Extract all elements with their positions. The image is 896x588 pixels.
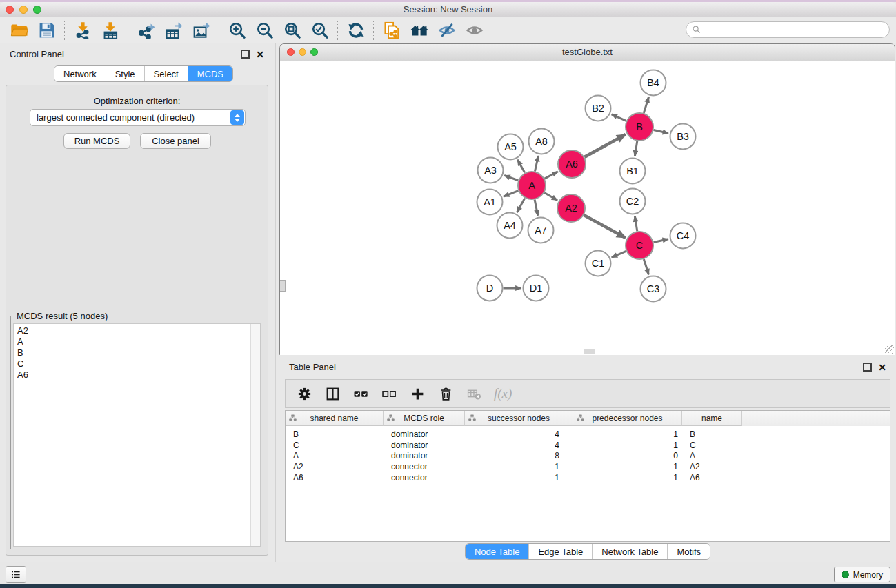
hide-panels-button[interactable] bbox=[433, 19, 461, 42]
node-c2[interactable]: C2 bbox=[620, 189, 646, 214]
node-c[interactable]: C bbox=[626, 232, 653, 259]
result-item-b[interactable]: B bbox=[14, 347, 260, 358]
delete-column-button[interactable] bbox=[437, 385, 454, 402]
node-b[interactable]: B bbox=[626, 113, 653, 141]
edge-A-A4[interactable] bbox=[517, 198, 524, 212]
table-row[interactable]: Adominator80A bbox=[286, 451, 890, 462]
network-window-titlebar[interactable]: testGlobe.txt bbox=[280, 44, 895, 61]
run-mcds-button[interactable]: Run MCDS bbox=[63, 133, 130, 149]
edge-A-A2[interactable] bbox=[544, 193, 557, 201]
edge-A-A8[interactable] bbox=[535, 156, 538, 171]
result-item-a[interactable]: A bbox=[14, 336, 260, 347]
node-a6[interactable]: A6 bbox=[558, 150, 586, 178]
node-c1[interactable]: C1 bbox=[586, 251, 611, 276]
save-session-button[interactable] bbox=[33, 19, 61, 42]
edge-A-A1[interactable] bbox=[504, 191, 518, 196]
export-image-button[interactable] bbox=[188, 19, 215, 42]
node-a4[interactable]: A4 bbox=[497, 213, 523, 239]
node-d[interactable]: D bbox=[477, 276, 503, 301]
edge-C-C3[interactable] bbox=[644, 259, 648, 274]
close-traffic-light[interactable] bbox=[6, 6, 14, 14]
result-item-a2[interactable]: A2 bbox=[14, 325, 260, 336]
edge-C-C2[interactable] bbox=[635, 216, 637, 231]
memory-button[interactable]: Memory bbox=[834, 567, 890, 582]
edge-B-B1[interactable] bbox=[635, 141, 637, 156]
status-menu-button[interactable] bbox=[6, 566, 26, 583]
table-row[interactable]: A6connector11A6 bbox=[286, 472, 890, 483]
tab-mcds[interactable]: MCDS bbox=[188, 66, 232, 81]
node-b2[interactable]: B2 bbox=[586, 96, 611, 121]
tab-select[interactable]: Select bbox=[144, 66, 188, 81]
export-table-button[interactable] bbox=[160, 19, 188, 42]
add-column-button[interactable] bbox=[409, 385, 426, 402]
table-row[interactable]: A2connector11A2 bbox=[286, 461, 890, 472]
tab-style[interactable]: Style bbox=[106, 66, 144, 81]
edge-A-A6[interactable] bbox=[545, 172, 558, 179]
node-a[interactable]: A bbox=[518, 172, 546, 199]
float-panel-icon[interactable] bbox=[241, 50, 250, 59]
import-network-button[interactable] bbox=[69, 19, 97, 42]
column-header-shared-name[interactable]: shared name bbox=[286, 411, 384, 426]
table-tab-network-table[interactable]: Network Table bbox=[592, 544, 667, 559]
edge-A-A7[interactable] bbox=[535, 200, 538, 216]
toggle-columns-button[interactable] bbox=[324, 385, 341, 402]
panel-splitter[interactable] bbox=[275, 43, 276, 562]
dropdown-stepper-icon[interactable] bbox=[230, 110, 244, 125]
show-all-panels-button[interactable] bbox=[406, 19, 433, 42]
edge-B-B2[interactable] bbox=[612, 114, 626, 121]
table-tab-edge-table[interactable]: Edge Table bbox=[528, 544, 592, 559]
zoom-selected-button[interactable] bbox=[306, 19, 334, 42]
tab-network[interactable]: Network bbox=[54, 66, 106, 81]
column-header-MCDS-role[interactable]: MCDS role bbox=[384, 411, 465, 426]
open-session-button[interactable] bbox=[6, 19, 33, 42]
node-a2[interactable]: A2 bbox=[557, 194, 585, 222]
float-table-panel-icon[interactable] bbox=[863, 363, 872, 372]
zoom-in-button[interactable] bbox=[223, 19, 251, 42]
node-a3[interactable]: A3 bbox=[478, 158, 504, 183]
edge-A2-C[interactable] bbox=[584, 215, 625, 238]
edge-A6-B[interactable] bbox=[584, 134, 625, 157]
column-header-predecessor-nodes[interactable]: predecessor nodes bbox=[573, 411, 682, 426]
edge-C-C1[interactable] bbox=[612, 251, 626, 257]
result-item-c[interactable]: C bbox=[14, 358, 260, 369]
edge-A-A3[interactable] bbox=[504, 175, 518, 180]
node-d1[interactable]: D1 bbox=[524, 276, 549, 301]
import-table-button[interactable] bbox=[97, 19, 124, 42]
result-item-a6[interactable]: A6 bbox=[14, 369, 260, 381]
minimize-traffic-light[interactable] bbox=[19, 6, 28, 14]
zoom-fit-button[interactable] bbox=[279, 19, 306, 42]
node-a5[interactable]: A5 bbox=[498, 134, 524, 160]
node-b4[interactable]: B4 bbox=[641, 70, 666, 96]
left-splitter-handle[interactable] bbox=[280, 280, 286, 292]
search-box[interactable] bbox=[686, 21, 890, 38]
export-network-button[interactable] bbox=[132, 19, 160, 42]
deselect-all-rows-button[interactable] bbox=[381, 385, 397, 402]
table-row[interactable]: Bdominator41B bbox=[286, 429, 890, 440]
table-settings-button[interactable] bbox=[296, 385, 312, 402]
edge-B-B4[interactable] bbox=[644, 97, 648, 113]
optimization-criterion-dropdown[interactable]: largest connected component (directed) bbox=[30, 109, 246, 126]
window-resize-grip[interactable] bbox=[885, 345, 894, 354]
node-c4[interactable]: C4 bbox=[670, 223, 696, 249]
network-close-traffic-light[interactable] bbox=[287, 48, 295, 56]
result-scrollbar[interactable] bbox=[250, 324, 260, 546]
table-row[interactable]: Cdominator41C bbox=[286, 440, 890, 451]
edge-B-B3[interactable] bbox=[653, 130, 668, 134]
node-a1[interactable]: A1 bbox=[477, 190, 503, 215]
zoom-out-button[interactable] bbox=[251, 19, 279, 42]
table-tab-motifs[interactable]: Motifs bbox=[667, 544, 710, 559]
apply-layout-button[interactable] bbox=[342, 19, 370, 42]
zoom-traffic-light[interactable] bbox=[33, 6, 41, 14]
close-panel-button[interactable]: Close panel bbox=[140, 133, 211, 149]
bottom-splitter-handle[interactable] bbox=[584, 349, 595, 354]
show-graphics-details-button[interactable] bbox=[461, 19, 488, 42]
node-a7[interactable]: A7 bbox=[528, 218, 554, 243]
search-input[interactable] bbox=[705, 24, 884, 35]
select-all-rows-button[interactable] bbox=[352, 385, 369, 402]
network-zoom-traffic-light[interactable] bbox=[310, 48, 318, 56]
column-header-name[interactable]: name bbox=[682, 411, 742, 426]
close-panel-icon[interactable]: ✕ bbox=[256, 50, 264, 59]
node-b1[interactable]: B1 bbox=[620, 159, 646, 184]
node-a8[interactable]: A8 bbox=[529, 129, 555, 154]
network-minimize-traffic-light[interactable] bbox=[299, 48, 306, 56]
